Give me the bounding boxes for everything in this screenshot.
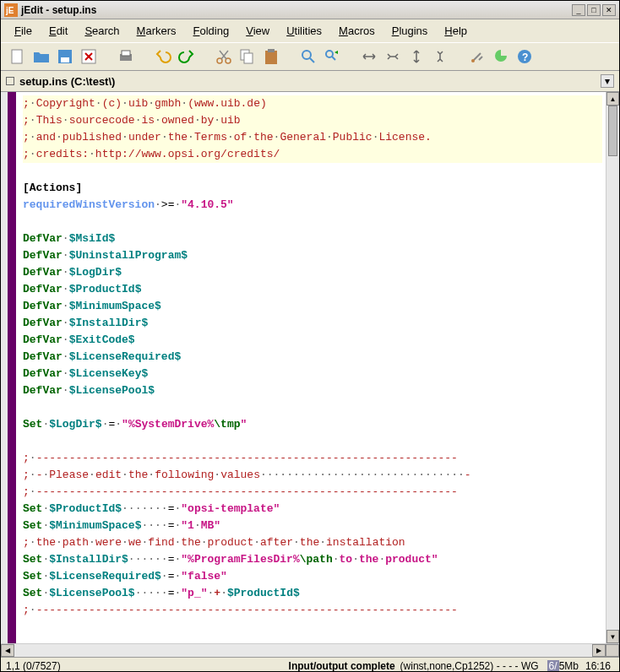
code-line[interactable]: ;·--------------------------------------… [23,602,602,619]
help-button[interactable]: ? [514,46,535,67]
fold-column[interactable] [8,92,16,643]
shrink-h-button[interactable] [383,46,403,67]
code-line[interactable]: DefVar·$ProductId$ [23,281,602,298]
maximize-button[interactable]: □ [587,4,601,16]
open-file-button[interactable] [31,46,52,67]
code-line[interactable] [23,399,602,416]
code-line[interactable]: Set·$LogDir$·=·"%SystemDrive%\tmp" [23,416,602,433]
menu-macros[interactable]: Macros [332,23,382,39]
code-line[interactable]: DefVar·$LogDir$ [23,264,602,281]
expand-h-button[interactable] [359,46,379,67]
code-line[interactable]: ;·-·Please·edit·the·following·values····… [23,467,602,484]
cursor-position[interactable]: 1,1 (0/7527) [6,660,192,672]
menu-markers[interactable]: Markers [130,23,183,39]
redo-icon [177,47,196,66]
code-line[interactable]: [Actions] [23,180,602,197]
plugin-button[interactable] [491,46,511,67]
code-line[interactable]: DefVar·$MsiId$ [23,230,602,247]
svg-rect-4 [61,57,69,62]
minimize-button[interactable]: _ [572,4,585,16]
memory-indicator[interactable]: 6/5Mb [544,660,582,672]
search-replace-button[interactable] [322,46,342,67]
menu-utilities[interactable]: Utilities [280,23,329,39]
cut-icon [215,47,233,66]
code-line[interactable]: DefVar·$LicenseRequired$ [23,349,602,366]
code-line[interactable]: Set·$LicensePool$·····=·"p_"·+·$ProductI… [23,585,602,602]
code-line[interactable] [23,214,602,230]
undo-icon [154,47,172,66]
code-line[interactable]: Set·$MinimumSpace$····=·"1·MB" [23,518,602,534]
code-line[interactable]: DefVar·$InstallDir$ [23,315,602,332]
close-file-button[interactable] [79,46,99,67]
shrink-v-button[interactable] [430,46,450,67]
code-line[interactable]: ;·--------------------------------------… [23,450,602,467]
code-line[interactable]: ;·and·published·under·the·Terms·of·the·G… [23,129,602,146]
paste-button[interactable] [261,46,281,67]
code-line[interactable]: Set·$InstallDir$······=·"%ProgramFilesDi… [23,551,602,568]
scroll-left-button[interactable]: ◀ [1,644,14,657]
svg-rect-12 [265,51,277,64]
code-line[interactable]: DefVar·$LicensePool$ [23,382,602,399]
code-line[interactable]: requiredWinstVersion·>=·"4.10.5" [23,197,602,214]
new-file-button[interactable] [8,46,28,67]
code-line[interactable]: DefVar·$LicenseKey$ [23,366,602,382]
close-button[interactable]: ✕ [602,4,616,16]
scroll-right-button[interactable]: ▶ [592,644,606,657]
svg-point-16 [471,59,475,62]
scroll-down-button[interactable]: ▼ [606,630,619,643]
shrink-h-icon [383,47,402,66]
search-button[interactable] [298,46,318,67]
settings-button[interactable] [467,46,487,67]
code-line[interactable]: DefVar·$MinimumSpace$ [23,298,602,315]
expand-v-icon [407,47,426,66]
copy-button[interactable] [237,46,258,67]
code-line[interactable]: Set·$LicenseRequired$·=·"false" [23,568,602,585]
hscroll-track[interactable] [14,644,592,657]
code-line[interactable]: ;·--------------------------------------… [23,484,602,501]
buffer-dropdown[interactable]: ▾ [601,74,614,88]
menu-search[interactable]: Search [78,23,126,39]
clock: 16:16 [582,660,614,672]
scroll-thumb[interactable] [608,106,617,156]
code-line[interactable] [23,433,602,450]
cut-button[interactable] [214,46,234,67]
code-line[interactable]: ;·This·sourcecode·is·owned·by·uib [23,112,602,129]
svg-point-14 [302,51,311,59]
code-line[interactable]: DefVar·$UninstallProgram$ [23,247,602,264]
editor-area: ;·Copyright·(c)·uib·gmbh·(www.uib.de);·T… [1,92,619,643]
window-titlebar: jE jEdit - setup.ins _ □ ✕ [1,1,619,19]
expand-v-button[interactable] [406,46,427,67]
new-file-icon [8,47,27,66]
code-line[interactable] [23,163,602,180]
code-line[interactable]: ;·credits:·http://www.opsi.org/credits/ [23,146,602,163]
undo-button[interactable] [153,46,173,67]
code-line[interactable]: DefVar·$ExitCode$ [23,332,602,349]
scroll-up-button[interactable]: ▲ [606,92,619,106]
svg-text:jE: jE [5,6,14,15]
buffer-modified-indicator [6,77,14,85]
print-icon [117,47,135,66]
menu-edit[interactable]: Edit [42,23,74,39]
code-line[interactable]: Set·$ProductId$·······=·"opsi-template" [23,501,602,518]
menu-folding[interactable]: Folding [187,23,237,39]
gutter [1,92,8,643]
buffer-name[interactable]: setup.ins (C:\test\) [19,75,601,88]
buffer-tab: setup.ins (C:\test\) ▾ [1,70,619,92]
text-area[interactable]: ;·Copyright·(c)·uib·gmbh·(www.uib.de);·T… [16,92,606,643]
save-file-button[interactable] [55,46,75,67]
menu-help[interactable]: Help [438,23,474,39]
menu-plugins[interactable]: Plugins [385,23,435,39]
save-file-icon [56,47,74,66]
menu-view[interactable]: View [239,23,276,39]
expand-h-icon [360,47,378,66]
redo-button[interactable] [177,46,197,67]
vertical-scrollbar[interactable]: ▲ ▼ [606,92,619,643]
code-line[interactable]: ;·Copyright·(c)·uib·gmbh·(www.uib.de) [23,95,602,112]
menu-file[interactable]: File [8,23,39,39]
code-line[interactable]: ;·the·path·were·we·find·the·product·afte… [23,534,602,551]
search-icon [299,47,318,66]
horizontal-scrollbar[interactable]: ◀ ▶ [1,643,619,657]
buffer-mode[interactable]: (winst,none,Cp1252) - - - - WG [395,660,544,672]
window-controls: _ □ ✕ [572,4,616,16]
print-button[interactable] [116,46,136,67]
